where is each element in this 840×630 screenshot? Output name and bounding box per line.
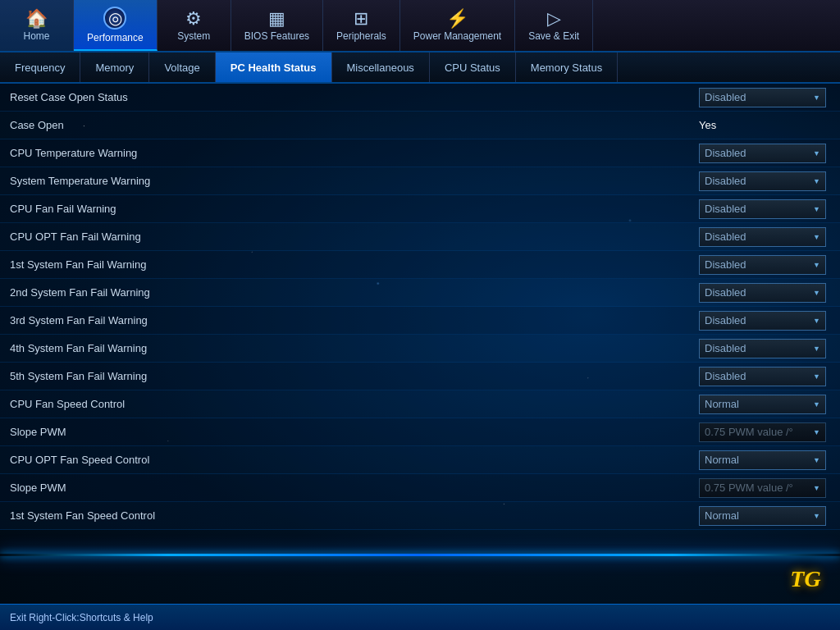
- bios-icon: ▦: [268, 10, 285, 28]
- tab-cpu-status[interactable]: CPU Status: [430, 52, 516, 82]
- save-icon: ▷: [547, 10, 561, 28]
- power-icon: ⚡: [446, 10, 468, 28]
- settings-row-cpu-temp-warn: CPU Temperature WarningDisabled: [0, 139, 840, 167]
- nav-system[interactable]: ⚙ System: [158, 0, 231, 51]
- row-label-cpu-fan-fail: CPU Fan Fail Warning: [10, 203, 699, 215]
- status-bar: Exit Right-Click:Shortcuts & Help: [0, 604, 840, 630]
- dropdown-cpu-fan-fail[interactable]: Disabled: [699, 199, 826, 219]
- row-value-sys1-fan-speed: Normal: [699, 506, 830, 526]
- settings-row-sys2-fan-fail: 2nd System Fan Fail WarningDisabled: [0, 279, 840, 307]
- settings-row-sys4-fan-fail: 4th System Fan Fail WarningDisabled: [0, 335, 840, 363]
- tab-memory[interactable]: Memory: [80, 52, 149, 82]
- settings-row-cpu-opt-fan-speed: CPU OPT Fan Speed ControlNormal: [0, 446, 840, 474]
- dropdown-sys3-fan-fail[interactable]: Disabled: [699, 311, 826, 331]
- dropdown-sys4-fan-fail[interactable]: Disabled: [699, 339, 826, 358]
- row-value-sys2-fan-fail: Disabled: [699, 283, 830, 303]
- nav-home[interactable]: 🏠 Home: [0, 0, 74, 51]
- dropdown-cpu-opt-fan-speed[interactable]: Normal: [699, 450, 826, 470]
- row-label-sys2-fan-fail: 2nd System Fan Fail Warning: [10, 286, 699, 299]
- row-label-sys1-fan-fail: 1st System Fan Fail Warning: [10, 258, 699, 271]
- home-icon: 🏠: [25, 10, 48, 28]
- dropdown-slope-pwm-1[interactable]: 0.75 PWM value /°: [699, 422, 826, 442]
- nav-save[interactable]: ▷ Save & Exit: [515, 0, 593, 51]
- nav-performance-label: Performance: [87, 33, 144, 43]
- dropdown-cpu-fan-speed[interactable]: Normal: [699, 395, 826, 414]
- row-value-case-open: Yes: [699, 119, 830, 131]
- performance-icon: ◎: [103, 7, 126, 30]
- settings-row-sys3-fan-fail: 3rd System Fan Fail WarningDisabled: [0, 307, 840, 335]
- nav-performance[interactable]: ◎ Performance: [74, 0, 158, 51]
- tab-frequency[interactable]: Frequency: [0, 52, 80, 82]
- row-label-cpu-fan-speed: CPU Fan Speed Control: [10, 398, 699, 410]
- dropdown-sys5-fan-fail[interactable]: Disabled: [699, 367, 826, 386]
- nav-peripherals[interactable]: ⊞ Peripherals: [323, 0, 400, 51]
- nav-power[interactable]: ⚡ Power Management: [400, 0, 515, 51]
- row-value-cpu-opt-fan-fail: Disabled: [699, 227, 830, 247]
- row-value-sys-temp-warn: Disabled: [699, 171, 830, 191]
- row-label-slope-pwm-2: Slope PWM: [10, 482, 699, 494]
- row-value-sys1-fan-fail: Disabled: [699, 255, 830, 275]
- dropdown-cpu-temp-warn[interactable]: Disabled: [699, 144, 826, 163]
- system-icon: ⚙: [185, 10, 202, 28]
- settings-row-slope-pwm-1: Slope PWM0.75 PWM value /°: [0, 418, 840, 446]
- top-nav: 🏠 Home ◎ Performance ⚙ System ▦ BIOS Fea…: [0, 0, 840, 52]
- row-label-sys3-fan-fail: 3rd System Fan Fail Warning: [10, 314, 699, 326]
- tab-memory-status[interactable]: Memory Status: [516, 52, 618, 82]
- row-label-sys1-fan-speed: 1st System Fan Speed Control: [10, 509, 699, 522]
- nav-peripherals-label: Peripherals: [336, 31, 386, 41]
- settings-row-sys5-fan-fail: 5th System Fan Fail WarningDisabled: [0, 363, 840, 390]
- settings-row-cpu-fan-fail: CPU Fan Fail WarningDisabled: [0, 195, 840, 223]
- tab-miscellaneous[interactable]: Miscellaneous: [332, 52, 430, 82]
- row-value-sys3-fan-fail: Disabled: [699, 311, 830, 331]
- nav-system-label: System: [177, 31, 210, 41]
- nav-bios[interactable]: ▦ BIOS Features: [231, 0, 323, 51]
- dropdown-cpu-opt-fan-fail[interactable]: Disabled: [699, 227, 826, 247]
- dropdown-reset-case[interactable]: Disabled: [699, 88, 826, 107]
- row-label-sys4-fan-fail: 4th System Fan Fail Warning: [10, 342, 699, 354]
- sub-nav: Frequency Memory Voltage PC Health Statu…: [0, 52, 840, 84]
- row-label-reset-case: Reset Case Open Status: [10, 91, 699, 103]
- glow-line: [0, 554, 840, 556]
- nav-save-label: Save & Exit: [528, 31, 579, 41]
- row-value-cpu-temp-warn: Disabled: [699, 144, 830, 163]
- settings-row-cpu-opt-fan-fail: CPU OPT Fan Fail WarningDisabled: [0, 223, 840, 251]
- peripherals-icon: ⊞: [354, 10, 368, 28]
- row-label-case-open: Case Open: [10, 119, 699, 131]
- row-value-sys5-fan-fail: Disabled: [699, 367, 830, 386]
- row-value-cpu-fan-speed: Normal: [699, 395, 830, 414]
- row-value-slope-pwm-2: 0.75 PWM value /°: [699, 478, 830, 498]
- nav-bios-label: BIOS Features: [244, 31, 309, 41]
- row-value-cpu-fan-fail: Disabled: [699, 199, 830, 219]
- settings-row-slope-pwm-2: Slope PWM0.75 PWM value /°: [0, 474, 840, 502]
- dropdown-slope-pwm-2[interactable]: 0.75 PWM value /°: [699, 478, 826, 498]
- row-label-cpu-temp-warn: CPU Temperature Warning: [10, 147, 699, 159]
- row-value-cpu-opt-fan-speed: Normal: [699, 450, 830, 470]
- tab-pc-health[interactable]: PC Health Status: [216, 52, 332, 82]
- row-label-sys-temp-warn: System Temperature Warning: [10, 175, 699, 187]
- row-value-slope-pwm-1: 0.75 PWM value /°: [699, 422, 830, 442]
- row-label-slope-pwm-1: Slope PWM: [10, 426, 699, 438]
- status-text: Exit Right-Click:Shortcuts & Help: [10, 612, 153, 623]
- nav-power-label: Power Management: [413, 31, 501, 41]
- dropdown-sys-temp-warn[interactable]: Disabled: [699, 171, 826, 191]
- settings-row-sys-temp-warn: System Temperature WarningDisabled: [0, 167, 840, 195]
- row-label-sys5-fan-fail: 5th System Fan Fail Warning: [10, 370, 699, 382]
- dropdown-sys2-fan-fail[interactable]: Disabled: [699, 283, 826, 303]
- dropdown-sys1-fan-fail[interactable]: Disabled: [699, 255, 826, 275]
- settings-row-case-open: Case OpenYes: [0, 112, 840, 139]
- row-value-sys4-fan-fail: Disabled: [699, 339, 830, 358]
- row-value-reset-case: Disabled: [699, 88, 830, 107]
- tg-logo: TG: [781, 555, 830, 604]
- settings-row-sys1-fan-speed: 1st System Fan Speed ControlNormal: [0, 502, 840, 530]
- nav-home-label: Home: [23, 31, 49, 41]
- dropdown-sys1-fan-speed[interactable]: Normal: [699, 506, 826, 526]
- tab-voltage[interactable]: Voltage: [149, 52, 215, 82]
- settings-content: Reset Case Open StatusDisabledCase OpenY…: [0, 84, 840, 604]
- settings-row-reset-case: Reset Case Open StatusDisabled: [0, 84, 840, 112]
- row-label-cpu-opt-fan-speed: CPU OPT Fan Speed Control: [10, 454, 699, 466]
- settings-row-cpu-fan-speed: CPU Fan Speed ControlNormal: [0, 390, 840, 418]
- row-label-cpu-opt-fan-fail: CPU OPT Fan Fail Warning: [10, 231, 699, 243]
- settings-row-sys1-fan-fail: 1st System Fan Fail WarningDisabled: [0, 251, 840, 279]
